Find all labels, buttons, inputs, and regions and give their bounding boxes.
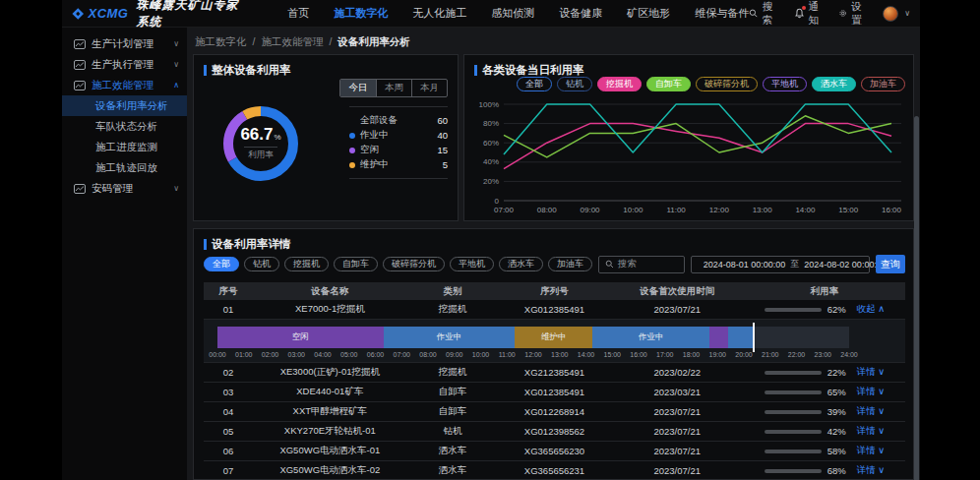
axis-tick: 09:00 [446, 351, 463, 358]
filter-row: 全部钻机挖掘机自卸车破碎筛分机平地机洒水车加油车 搜索 [204, 255, 905, 273]
filter-pill-挖掘机[interactable]: 挖掘机 [284, 257, 329, 271]
sidebar-group-item[interactable]: 安码管理∨ [62, 178, 187, 199]
search-button[interactable]: 搜索 [749, 0, 779, 28]
table-row[interactable]: 05XKY270E牙轮钻机-01钻机XG0123985622023/07/214… [204, 422, 905, 442]
table-cell: XE3000(正铲)-01挖掘机 [253, 366, 407, 379]
filter-pill-破碎筛分机[interactable]: 破碎筛分机 [383, 257, 445, 271]
breadcrumb: 施工数字化/施工效能管理/设备利用率分析 [195, 35, 410, 49]
table-row[interactable]: 02XE3000(正铲)-01挖掘机挖掘机XG2123854912023/02/… [204, 363, 905, 383]
legend-row: 作业中40 [349, 128, 448, 143]
filter-pill-全部[interactable]: 全部 [204, 257, 239, 271]
breadcrumb-item[interactable]: 设备利用率分析 [337, 35, 410, 49]
table-cell: XG212385491 [498, 367, 610, 378]
filter-pill-自卸车[interactable]: 自卸车 [334, 257, 378, 271]
filter-pill-洒水车[interactable]: 洒水车 [812, 77, 856, 91]
module-icon [74, 81, 86, 90]
detail-link[interactable]: 详情 ∨ [857, 366, 886, 379]
legend-label: 空闲 [360, 144, 437, 156]
filter-pill-自卸车[interactable]: 自卸车 [646, 77, 691, 91]
panel-title: 设备利用率详情 [204, 237, 291, 252]
table-row[interactable]: 01XE7000-1挖掘机挖掘机XG0123854912023/07/2162%… [204, 300, 905, 320]
timeline-segment-作业中: 作业中 [592, 327, 709, 348]
detail-link[interactable]: 详情 ∨ [857, 464, 886, 477]
nav-item[interactable]: 首页 [287, 6, 309, 21]
tab-本月[interactable]: 本月 [411, 80, 447, 96]
sidebar-group-label: 生产执行管理 [92, 58, 173, 72]
detail-link[interactable]: 详情 ∨ [857, 405, 886, 418]
table-row[interactable]: 03XDE440-01矿车自卸车XG0123854912023/03/2165%… [204, 383, 905, 402]
filter-pill-平地机[interactable]: 平地机 [763, 77, 807, 91]
table-cell: XG012385491 [498, 304, 610, 315]
detail-link[interactable]: 详情 ∨ [857, 386, 886, 398]
utilization-percent: 42% [827, 426, 851, 437]
axis-tick: 11:00 [499, 351, 516, 358]
detail-link[interactable]: 详情 ∨ [857, 425, 886, 438]
notification-badge [802, 6, 806, 10]
donut-legend: 全部设备60作业中40空闲15维护中5 [349, 106, 448, 179]
sidebar: 生产计划管理∨生产执行管理∨施工效能管理∧设备利用率分析车队状态分析施工进度监测… [62, 28, 187, 480]
category-utilization-panel: 各类设备当日利用率 全部钻机挖掘机自卸车破碎筛分机平地机洒水车加油车 020%4… [463, 54, 914, 221]
filter-pill-破碎筛分机[interactable]: 破碎筛分机 [696, 77, 758, 91]
table-cell: 自卸车 [407, 405, 499, 418]
scrollbar[interactable] [914, 116, 919, 480]
legend-label: 维护中 [360, 158, 443, 171]
filter-pill-钻机[interactable]: 钻机 [244, 257, 279, 271]
nav-item[interactable]: 无人化施工 [412, 6, 466, 21]
svg-text:08:00: 08:00 [537, 206, 558, 214]
collapse-link[interactable]: 收起 ∧ [857, 303, 886, 316]
table-cell: 07 [204, 465, 253, 476]
tab-本周[interactable]: 本周 [376, 80, 411, 96]
filter-pill-钻机[interactable]: 钻机 [557, 77, 592, 91]
table-cell: XKY270E牙轮钻机-01 [253, 425, 407, 438]
sidebar-item[interactable]: 施工轨迹回放 [62, 157, 187, 178]
filter-pill-挖掘机[interactable]: 挖掘机 [597, 77, 642, 91]
overall-utilization-panel: 整体设备利用率 今日本周本月 66.7% 利用率 全部设备60作业中40空闲15… [193, 54, 459, 221]
date-range-picker[interactable]: 2024-08-01 00:00:00 至 2024-08-02 00:00:0… [691, 256, 870, 273]
settings-button[interactable]: 设置 [838, 0, 869, 28]
notifications-button[interactable]: 通知 [794, 0, 825, 28]
filter-pill-洒水车[interactable]: 洒水车 [499, 257, 543, 271]
sidebar-group-item[interactable]: 生产计划管理∨ [62, 33, 187, 54]
user-menu[interactable]: ∨ [883, 6, 910, 22]
module-icon [74, 60, 86, 70]
svg-text:12:00: 12:00 [709, 206, 730, 214]
sidebar-group-item[interactable]: 生产执行管理∨ [62, 54, 187, 75]
sidebar-item[interactable]: 车队状态分析 [62, 116, 187, 137]
filter-pill-平地机[interactable]: 平地机 [450, 257, 494, 271]
axis-tick: 08:00 [419, 351, 437, 358]
filter-pill-加油车[interactable]: 加油车 [861, 77, 905, 91]
nav-item[interactable]: 矿区地形 [627, 6, 670, 21]
table-row[interactable]: 04XXT甲醇增程矿车自卸车XG0122689142023/07/2139%详情… [204, 402, 905, 422]
breadcrumb-item[interactable]: 施工数字化 [195, 35, 247, 49]
utilization-bar [765, 371, 822, 375]
search-input[interactable]: 搜索 [598, 256, 685, 273]
query-button[interactable]: 查询 [876, 255, 905, 273]
tab-今日[interactable]: 今日 [340, 80, 376, 96]
breadcrumb-item[interactable]: 施工效能管理 [261, 35, 323, 49]
sidebar-item[interactable]: 施工进度监测 [62, 137, 187, 157]
axis-tick: 22:00 [788, 351, 806, 358]
line-chart: 020%40%60%80%100%07:0008:0009:0010:0011:… [474, 96, 905, 220]
nav-item[interactable]: 设备健康 [559, 6, 602, 21]
table-cell: XG012268914 [498, 406, 610, 417]
svg-text:16:00: 16:00 [882, 206, 902, 214]
nav-item[interactable]: 施工数字化 [334, 6, 388, 21]
sidebar-group-item[interactable]: 施工效能管理∧ [62, 75, 187, 95]
equipment-table: 序号设备名称类别序列号设备首次使用时间利用率01XE7000-1挖掘机挖掘机XG… [204, 282, 905, 480]
axis-tick: 02:00 [262, 351, 279, 358]
filter-pill-全部[interactable]: 全部 [517, 77, 552, 91]
table-cell: 2023/07/21 [611, 465, 744, 476]
axis-tick: 14:00 [578, 351, 595, 358]
table-row[interactable]: 07XG50WG电动洒水车-02洒水车XG3656562312023/07/21… [204, 461, 905, 480]
line-chart-svg: 020%40%60%80%100%07:0008:0009:0010:0011:… [474, 96, 905, 216]
detail-link[interactable]: 详情 ∨ [857, 445, 886, 457]
sidebar-item[interactable]: 设备利用率分析 [62, 95, 187, 116]
utilization-percent: 62% [827, 304, 851, 315]
nav-item[interactable]: 感知侦测 [491, 6, 534, 21]
table-row[interactable]: 06XG50WG电动洒水车-01洒水车XG3656562302023/07/21… [204, 442, 905, 461]
detail-filter-pills: 全部钻机挖掘机自卸车破碎筛分机平地机洒水车加油车 [204, 257, 592, 271]
svg-text:40%: 40% [483, 157, 499, 166]
nav-item[interactable]: 维保与备件 [695, 6, 749, 21]
date-to: 2024-08-02 00:00:00 [804, 260, 887, 270]
filter-pill-加油车[interactable]: 加油车 [548, 257, 592, 271]
